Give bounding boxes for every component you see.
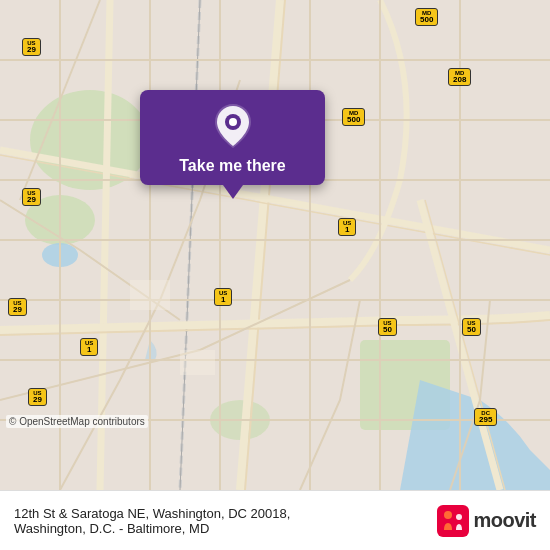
shield-md-500-1: MD 500	[415, 8, 438, 26]
address-block: 12th St & Saratoga NE, Washington, DC 20…	[14, 506, 290, 536]
shield-us-1-3: US 1	[80, 338, 98, 356]
svg-rect-20	[180, 350, 215, 375]
shield-dc-295: DC 295	[474, 408, 497, 426]
shield-us-29-1: US 29	[22, 38, 41, 56]
info-bar: 12th St & Saratoga NE, Washington, DC 20…	[0, 490, 550, 550]
shield-us-29-4: US 29	[28, 388, 47, 406]
callout-label: Take me there	[179, 156, 285, 175]
shield-us-1-1: US 1	[338, 218, 356, 236]
shield-md-208: MD 208	[448, 68, 471, 86]
moovit-logo: moovit	[437, 505, 536, 537]
shield-us-50-1: US 50	[378, 318, 397, 336]
shield-md-500-2: MD 500	[342, 108, 365, 126]
shield-us-50-2: US 50	[462, 318, 481, 336]
svg-point-22	[229, 118, 237, 126]
pin-icon	[215, 104, 251, 148]
svg-point-24	[444, 511, 452, 519]
shield-us-29-3: US 29	[8, 298, 27, 316]
navigate-callout[interactable]: Take me there	[140, 90, 325, 185]
svg-point-25	[456, 514, 462, 520]
svg-rect-19	[130, 280, 170, 310]
shield-us-1-2: US 1	[214, 288, 232, 306]
copyright-text: © OpenStreetMap contributors	[6, 415, 148, 428]
address-line2: Washington, D.C. - Baltimore, MD	[14, 521, 290, 536]
svg-rect-23	[437, 505, 469, 537]
shield-us-29-2: US 29	[22, 188, 41, 206]
moovit-icon-svg	[437, 505, 469, 537]
moovit-text: moovit	[473, 509, 536, 532]
address-line1: 12th St & Saratoga NE, Washington, DC 20…	[14, 506, 290, 521]
map-container: US 29 US 29 US 29 US 29 US 1 US 1 US 1 U…	[0, 0, 550, 490]
